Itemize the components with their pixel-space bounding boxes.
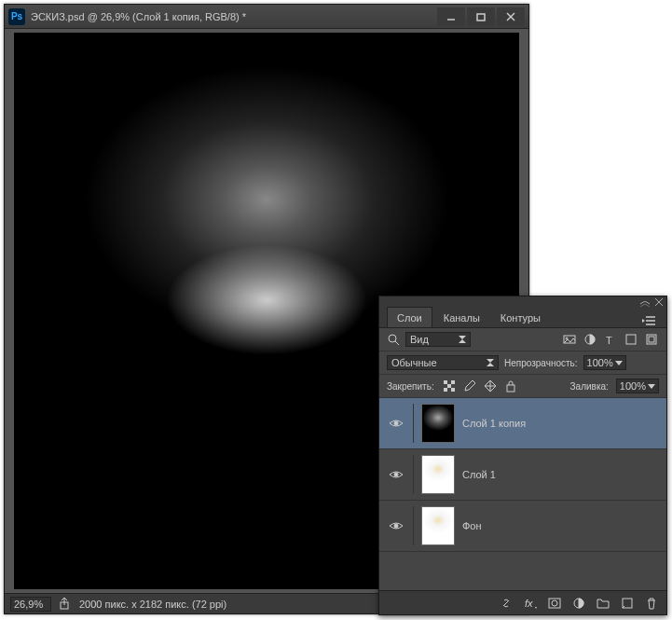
fill-input[interactable]: 100% [616, 379, 659, 393]
blend-row: Обычные Непрозрачность: 100% [379, 351, 666, 375]
close-button[interactable] [497, 7, 525, 26]
svg-point-34 [394, 473, 398, 476]
svg-point-12 [389, 335, 396, 342]
collapse-icon[interactable] [640, 297, 650, 303]
lock-position-icon[interactable] [483, 379, 498, 393]
titlebar[interactable]: Ps ЭСКИЗ.psd @ 26,9% (Слой 1 копия, RGB/… [5, 5, 528, 29]
opacity-label: Непрозрачность: [504, 358, 578, 368]
layer-thumbnail[interactable] [421, 455, 455, 494]
group-icon[interactable] [596, 596, 610, 611]
maximize-button[interactable] [467, 7, 495, 26]
lock-all-icon[interactable] [503, 379, 518, 393]
panel-tabs: Слои Каналы Контуры [379, 304, 666, 328]
share-icon[interactable] [59, 598, 72, 611]
layer-mask-icon[interactable] [547, 596, 562, 611]
adjustment-layer-icon[interactable] [571, 596, 586, 611]
minimize-button[interactable] [437, 7, 465, 26]
svg-marker-15 [459, 339, 466, 343]
filter-adjust-icon[interactable] [583, 332, 597, 347]
layers-panel: Слои Каналы Контуры Вид T Обычные Непроз… [378, 296, 667, 615]
svg-text:T: T [606, 335, 612, 346]
svg-rect-29 [444, 388, 447, 392]
svg-point-39 [552, 600, 557, 606]
layer-name[interactable]: Слой 1 копия [462, 418, 659, 429]
tab-channels[interactable]: Каналы [434, 308, 489, 327]
delete-icon[interactable] [644, 596, 659, 611]
filter-pixel-icon[interactable] [562, 332, 577, 347]
layer-style-icon[interactable]: fx [523, 596, 538, 611]
svg-marker-37 [535, 607, 537, 609]
layer-name[interactable]: Фон [462, 520, 659, 531]
layer-row[interactable]: Слой 1 копия [379, 398, 666, 449]
svg-rect-26 [444, 380, 447, 384]
svg-rect-30 [451, 388, 455, 392]
panel-drag-handle[interactable] [379, 296, 666, 304]
svg-rect-20 [626, 335, 636, 344]
layer-row[interactable]: Слой 1 [379, 449, 666, 501]
lock-label: Закрепить: [387, 381, 434, 392]
search-icon[interactable] [387, 333, 400, 346]
zoom-input[interactable]: 26,9% [10, 597, 51, 612]
filter-smart-icon[interactable] [644, 332, 659, 347]
layer-thumbnail[interactable] [421, 404, 455, 443]
panel-menu-icon[interactable] [638, 316, 659, 327]
app-icon: Ps [8, 8, 25, 25]
filter-type-icon[interactable]: T [603, 332, 618, 347]
lock-row: Закрепить: Заливка: 100% [379, 375, 666, 398]
svg-marker-11 [642, 319, 645, 323]
filter-kind-select[interactable]: Вид [405, 332, 471, 347]
window-title: ЭСКИЗ.psd @ 26,9% (Слой 1 копия, RGB/8) … [31, 11, 437, 22]
visibility-icon[interactable] [389, 520, 404, 531]
svg-marker-14 [459, 336, 466, 339]
layer-thumbnail[interactable] [421, 506, 455, 545]
svg-rect-31 [507, 385, 514, 392]
filter-shape-icon[interactable] [624, 332, 638, 347]
svg-line-13 [395, 341, 399, 345]
svg-marker-25 [615, 361, 623, 365]
layer-filter-row: Вид T [379, 328, 666, 351]
blend-mode-select[interactable]: Обычные [387, 355, 499, 370]
visibility-icon[interactable] [389, 418, 404, 429]
tab-layers[interactable]: Слои [387, 307, 432, 327]
lock-transparency-icon[interactable] [442, 379, 457, 393]
visibility-icon[interactable] [389, 469, 404, 480]
svg-marker-24 [487, 363, 494, 366]
new-layer-icon[interactable] [620, 596, 635, 611]
svg-point-35 [394, 524, 398, 528]
svg-rect-27 [451, 380, 455, 384]
svg-rect-1 [477, 14, 485, 21]
panel-footer: fx [379, 590, 666, 614]
svg-marker-32 [648, 384, 655, 389]
svg-rect-22 [649, 337, 654, 342]
lock-pixels-icon[interactable] [462, 379, 477, 393]
close-icon[interactable] [655, 296, 663, 304]
link-layers-icon[interactable] [499, 596, 514, 611]
layer-row[interactable]: Фон [379, 501, 666, 552]
svg-text:fx: fx [525, 598, 533, 609]
svg-rect-28 [447, 384, 451, 388]
layer-name[interactable]: Слой 1 [462, 469, 659, 480]
svg-point-33 [394, 421, 398, 425]
fill-label: Заливка: [570, 381, 609, 392]
opacity-input[interactable]: 100% [583, 355, 626, 370]
layers-list: Слой 1 копия Слой 1 Фон [379, 398, 666, 552]
tab-paths[interactable]: Контуры [491, 308, 550, 327]
svg-marker-23 [487, 359, 494, 363]
